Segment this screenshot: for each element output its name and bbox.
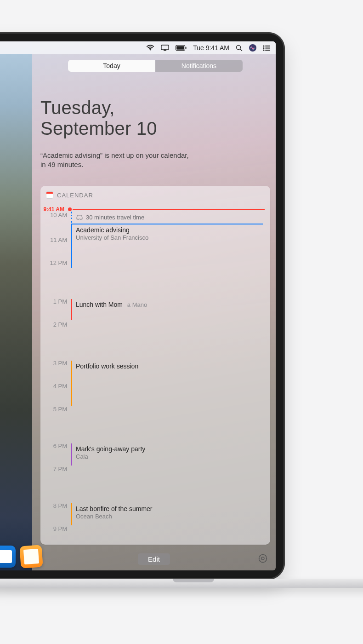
calendar-widget-header: CALENDAR [40,190,270,203]
airplay-icon[interactable] [161,45,169,51]
hour-grid: 10 AM 30 minutes travel time [45,212,265,538]
date-line2: September 10 [40,118,270,139]
desktop-wallpaper [0,41,32,570]
wifi-icon[interactable] [146,45,154,51]
svg-rect-3 [186,47,187,49]
svg-point-6 [249,44,256,52]
notification-center-footer: Edit [32,547,276,570]
event-subtitle: Cala [76,453,259,460]
notification-center: Today Notifications Tuesday, September 1… [32,54,276,570]
hour-label: 9 PM [45,525,71,538]
hour-label: 12 PM [45,259,71,275]
gear-icon[interactable] [258,554,267,563]
calendar-event[interactable]: Mark's going-away party Cala [71,443,263,466]
svg-rect-12 [265,50,270,51]
svg-line-22 [265,556,266,556]
travel-time[interactable]: 30 minutes travel time [71,212,263,223]
laptop-frame: Tue 9:41 AM Today Notifications T [0,32,285,580]
hour-label: 7 PM [45,466,71,479]
svg-point-7 [263,45,264,46]
svg-rect-10 [265,47,270,48]
svg-rect-2 [176,46,184,50]
edit-button-label: Edit [148,555,160,563]
travel-time-text: 30 minutes travel time [86,214,144,221]
next-event-summary: “Academic advising” is next up on your c… [40,151,192,170]
dock-app-pages[interactable] [19,545,43,568]
calendar-event[interactable]: Lunch with Mom a Mano [71,299,263,320]
dock-app-keynote[interactable] [0,546,16,568]
event-title: Last bonfire of the summer [76,505,259,512]
event-title: Lunch with Mom [76,301,123,308]
svg-line-19 [260,556,261,556]
event-title: Portfolio work session [76,362,259,370]
tab-today[interactable]: Today [68,60,155,72]
hour-label: 3 PM [45,360,71,383]
calendar-widget-title: CALENDAR [57,192,93,199]
event-title: Mark's going-away party [76,445,259,453]
tab-notifications-label: Notifications [182,62,216,69]
dock [0,546,42,568]
car-icon [76,214,83,220]
date-line1: Tuesday, [40,98,270,118]
svg-point-14 [261,557,264,560]
screen: Tue 9:41 AM Today Notifications T [0,41,276,570]
laptop-base [0,579,363,588]
svg-point-9 [263,47,264,48]
current-time-bar [73,209,265,210]
event-location: a Mano [127,301,147,308]
hour-label: 5 PM [45,406,71,420]
menubar-time[interactable]: Tue 9:41 AM [193,44,229,52]
calendar-event[interactable]: Last bonfire of the summer Ocean Beach [71,503,263,525]
calendar-widget: CALENDAR 9:41 AM 10 AM [40,186,270,545]
hour-label: 8 PM [45,502,71,525]
menu-bar: Tue 9:41 AM [0,41,276,54]
today-notifications-tabs: Today Notifications [68,60,243,72]
event-subtitle: Ocean Beach [76,513,259,520]
hour-label: 10 AM [45,212,71,236]
current-time-dot [68,207,72,211]
svg-rect-8 [265,46,270,46]
hour-label: 11 AM [45,236,71,259]
svg-line-5 [240,49,242,51]
calendar-icon [46,191,53,199]
spotlight-icon[interactable] [236,45,243,52]
tab-today-label: Today [103,62,120,69]
hour-label: 4 PM [45,383,71,406]
hour-label: 2 PM [45,321,71,337]
svg-line-20 [265,561,266,561]
notification-center-icon[interactable] [263,45,270,51]
event-title: Academic advising [76,226,259,234]
hour-label: 1 PM [45,298,71,321]
edit-button[interactable]: Edit [138,553,170,565]
battery-icon[interactable] [176,45,187,51]
tab-notifications[interactable]: Notifications [155,60,243,72]
calendar-timeline: 9:41 AM 10 AM [40,203,270,545]
date-heading: Tuesday, September 10 [40,98,270,139]
svg-point-11 [263,49,264,51]
svg-line-21 [260,561,261,561]
siri-icon[interactable] [249,44,256,52]
hour-label: 6 PM [45,443,71,466]
